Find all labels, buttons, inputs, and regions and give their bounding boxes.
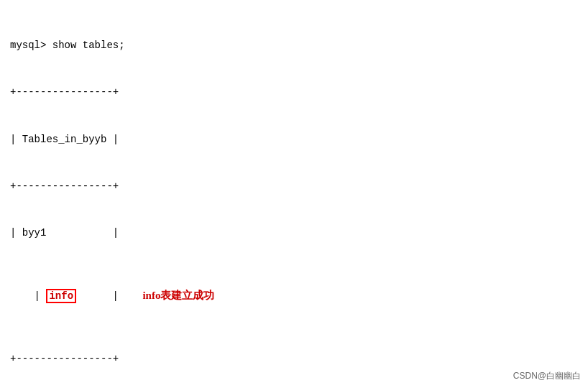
divider2: +----------------+ [10, 179, 578, 195]
row2-line: | info | info表建立成功 [10, 272, 578, 320]
row1-line: | byy1 | [10, 226, 578, 241]
info-annotation: info表建立成功 [142, 290, 214, 301]
divider3: +----------------+ [10, 351, 578, 367]
command1-line: mysql> show tables; [10, 38, 578, 54]
terminal-output: mysql> show tables; +----------------+ |… [10, 7, 578, 388]
col-header-line: | Tables_in_byyb | [10, 132, 578, 148]
spaces: | [76, 290, 142, 302]
watermark: CSDN@白幽幽白 [513, 370, 581, 382]
divider1: +----------------+ [10, 85, 578, 101]
pipe-before: | [35, 290, 47, 302]
info-highlighted: info [46, 289, 76, 303]
